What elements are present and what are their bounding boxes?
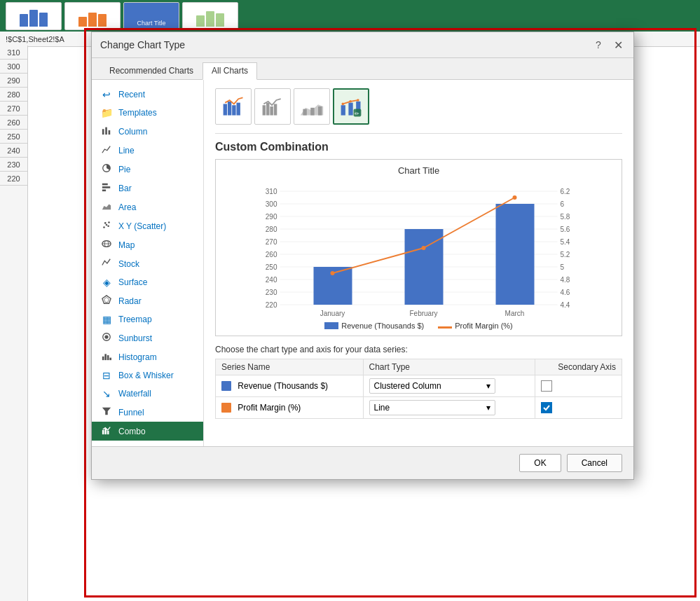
cancel-button[interactable]: Cancel xyxy=(567,454,622,472)
sidebar-label-waterfall: Waterfall xyxy=(118,389,151,399)
sidebar-label-surface: Surface xyxy=(118,277,147,287)
bar-icon xyxy=(100,182,113,194)
svg-text:4.4: 4.4 xyxy=(561,301,570,309)
sidebar-item-xy-scatter[interactable]: X Y (Scatter) xyxy=(92,216,203,235)
svg-text:March: March xyxy=(505,310,525,317)
svg-rect-21 xyxy=(104,354,107,360)
row-num: 220 xyxy=(0,172,27,186)
sidebar-item-funnel[interactable]: Funnel xyxy=(92,403,203,422)
funnel-icon xyxy=(100,406,113,418)
svg-rect-6 xyxy=(102,190,106,192)
svg-rect-30 xyxy=(232,105,235,115)
series-name-profit: Profit Margin (%) xyxy=(216,397,364,419)
sidebar-label-funnel: Funnel xyxy=(118,408,144,417)
combo-type-custom[interactable]: ✏ xyxy=(333,88,369,125)
sidebar-label-combo: Combo xyxy=(118,427,146,436)
stock-icon xyxy=(100,258,113,270)
row-num: 270 xyxy=(0,102,27,116)
svg-rect-5 xyxy=(102,186,110,188)
templates-icon: 📁 xyxy=(100,107,113,118)
svg-rect-40 xyxy=(341,105,345,115)
section-title: Custom Combination xyxy=(215,141,329,153)
ok-button[interactable]: OK xyxy=(519,454,561,472)
ribbon-chart-3: Chart Title xyxy=(123,2,179,30)
sidebar-item-surface[interactable]: ◈ Surface xyxy=(92,273,203,291)
close-button[interactable]: ✕ xyxy=(611,38,625,52)
secondary-axis-checkbox-revenue[interactable] xyxy=(541,380,552,392)
svg-rect-38 xyxy=(310,108,314,116)
svg-rect-4 xyxy=(102,184,108,186)
svg-point-18 xyxy=(104,335,108,338)
legend-label-revenue: Revenue (Thousands $) xyxy=(341,322,424,330)
row-num: 280 xyxy=(0,88,27,102)
help-button[interactable]: ? xyxy=(591,38,605,52)
sidebar-label-radar: Radar xyxy=(118,296,142,306)
col-header-secondary-axis: Secondary Axis xyxy=(535,359,622,375)
col-header-series-name: Series Name xyxy=(216,359,364,375)
sidebar-item-treemap[interactable]: ▦ Treemap xyxy=(92,310,203,329)
sidebar-item-recent[interactable]: ↩ Recent xyxy=(92,85,203,104)
ribbon-chart-2 xyxy=(64,2,121,30)
sidebar-label-treemap: Treemap xyxy=(118,315,152,324)
combo-type-2[interactable] xyxy=(254,88,291,125)
tab-all-charts[interactable]: All Charts xyxy=(203,62,257,80)
sidebar-item-templates[interactable]: 📁 Templates xyxy=(92,104,203,122)
svg-text:January: January xyxy=(320,310,345,317)
ribbon-chart-4 xyxy=(182,2,238,30)
svg-rect-31 xyxy=(237,103,240,116)
area-icon xyxy=(100,201,113,213)
recent-icon: ↩ xyxy=(100,89,113,100)
svg-text:250: 250 xyxy=(266,263,277,271)
sidebar-label-pie: Pie xyxy=(118,165,130,174)
svg-text:February: February xyxy=(409,310,437,317)
combo-type-3[interactable] xyxy=(294,88,330,125)
svg-text:230: 230 xyxy=(266,289,277,296)
tab-recommended[interactable]: Recommended Charts xyxy=(100,62,203,79)
chart-type-dropdown-profit[interactable]: Line ▾ xyxy=(369,400,495,415)
chart-type-dropdown-revenue[interactable]: Clustered Column ▾ xyxy=(369,378,495,394)
combo-icon xyxy=(100,425,113,437)
sidebar-label-templates: Templates xyxy=(118,108,157,118)
svg-rect-29 xyxy=(228,102,231,116)
sidebar-item-waterfall[interactable]: ↘ Waterfall xyxy=(92,385,203,403)
change-chart-type-dialog: Change Chart Type ? ✕ Recommended Charts… xyxy=(91,32,634,480)
sidebar-item-stock[interactable]: Stock xyxy=(92,254,203,273)
chart-svg: 310 300 290 280 270 260 250 240 230 220 … xyxy=(221,179,616,319)
sidebar-item-map[interactable]: Map xyxy=(92,235,203,254)
svg-rect-28 xyxy=(224,104,227,115)
svg-point-9 xyxy=(106,224,108,226)
sidebar-item-bar[interactable]: Bar xyxy=(92,179,203,198)
dialog-tabs: Recommended Charts All Charts xyxy=(92,58,633,79)
series-chart-type-profit: Line ▾ xyxy=(363,397,535,419)
svg-rect-27 xyxy=(107,431,109,434)
section-divider xyxy=(215,133,622,134)
radar-icon xyxy=(100,295,113,307)
svg-rect-34 xyxy=(270,106,273,116)
sidebar-item-box-whisker[interactable]: ⊟ Box & Whisker xyxy=(92,366,203,385)
secondary-axis-checkbox-profit[interactable] xyxy=(541,402,552,413)
svg-text:5.8: 5.8 xyxy=(561,213,570,221)
svg-text:300: 300 xyxy=(266,200,277,208)
box-whisker-icon: ⊟ xyxy=(100,370,113,381)
dot-jan xyxy=(331,271,335,275)
sidebar-item-combo[interactable]: Combo xyxy=(92,422,203,441)
combo-type-1[interactable] xyxy=(215,88,252,125)
chart-type-icon-row: ✏ xyxy=(215,88,622,125)
legend-profit: Profit Margin (%) xyxy=(438,322,513,330)
sidebar-item-histogram[interactable]: Histogram xyxy=(92,347,203,366)
sidebar-item-sunburst[interactable]: Sunburst xyxy=(92,329,203,347)
sunburst-icon xyxy=(100,332,113,344)
sidebar-item-line[interactable]: Line xyxy=(92,141,203,160)
dialog-footer: OK Cancel xyxy=(92,446,633,479)
sidebar-item-column[interactable]: Column xyxy=(92,122,203,141)
series-color-profit xyxy=(221,403,231,413)
svg-text:4.8: 4.8 xyxy=(561,276,570,284)
map-icon xyxy=(100,239,113,251)
sidebar-item-radar[interactable]: Radar xyxy=(92,291,203,310)
surface-icon: ◈ xyxy=(100,277,113,288)
chart-preview: Chart Title 310 300 290 280 270 260 250 … xyxy=(215,159,622,336)
svg-rect-0 xyxy=(102,129,104,134)
sidebar-item-area[interactable]: Area xyxy=(92,198,203,216)
svg-rect-33 xyxy=(266,103,270,116)
sidebar-item-pie[interactable]: Pie xyxy=(92,160,203,179)
